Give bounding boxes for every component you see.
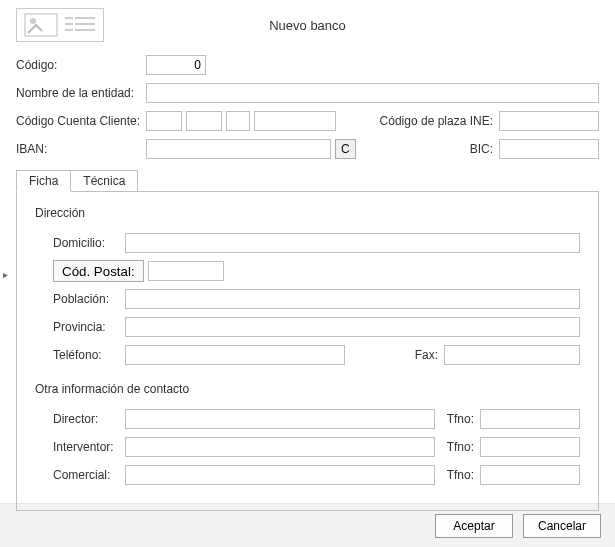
ccc-input-4[interactable] [254,111,336,131]
ccc-input-3[interactable] [226,111,250,131]
plaza-ine-label: Código de plaza INE: [380,114,493,128]
comercial-input[interactable] [125,465,435,485]
nombre-input[interactable] [146,83,599,103]
svg-rect-7 [75,29,95,31]
otra-section-title: Otra información de contacto [35,382,580,396]
iban-input[interactable] [146,139,331,159]
director-input[interactable] [125,409,435,429]
interventor-tfno-input[interactable] [480,437,580,457]
codigo-label: Código: [16,58,146,72]
interventor-label: Interventor: [35,440,125,454]
direccion-section-title: Dirección [35,206,580,220]
fax-input[interactable] [444,345,580,365]
fax-label: Fax: [415,348,438,362]
comercial-label: Comercial: [35,468,125,482]
view-mode-icon[interactable] [16,8,104,42]
interventor-tfno-label: Tfno: [447,440,474,454]
ccc-input-2[interactable] [186,111,222,131]
comercial-tfno-label: Tfno: [447,468,474,482]
nombre-label: Nombre de la entidad: [16,86,146,100]
bic-label: BIC: [470,142,493,156]
director-tfno-input[interactable] [480,409,580,429]
provincia-label: Provincia: [35,320,125,334]
codigo-input[interactable] [146,55,206,75]
window-title: Nuevo banco [104,18,599,33]
provincia-input[interactable] [125,317,580,337]
expand-handle[interactable]: ▸ [0,266,10,282]
iban-calc-button[interactable]: C [335,139,356,159]
iban-label: IBAN: [16,142,146,156]
svg-rect-6 [65,29,73,31]
tab-ficha[interactable]: Ficha [16,170,71,192]
director-label: Director: [35,412,125,426]
accept-button[interactable]: Aceptar [435,514,513,538]
director-tfno-label: Tfno: [447,412,474,426]
poblacion-input[interactable] [125,289,580,309]
svg-point-1 [30,18,36,24]
interventor-input[interactable] [125,437,435,457]
svg-rect-5 [75,23,95,25]
plaza-ine-input[interactable] [499,111,599,131]
cod-postal-button[interactable]: Cód. Postal: [53,260,144,282]
cancel-button[interactable]: Cancelar [523,514,601,538]
ccc-input-1[interactable] [146,111,182,131]
svg-rect-2 [65,17,73,19]
bic-input[interactable] [499,139,599,159]
svg-rect-3 [75,17,95,19]
tab-tecnica[interactable]: Técnica [70,170,138,192]
comercial-tfno-input[interactable] [480,465,580,485]
svg-rect-0 [25,14,57,36]
svg-rect-4 [65,23,73,25]
domicilio-label: Domicilio: [35,236,125,250]
poblacion-label: Población: [35,292,125,306]
domicilio-input[interactable] [125,233,580,253]
telefono-input[interactable] [125,345,345,365]
tab-panel-ficha: Dirección Domicilio: Cód. Postal: Poblac… [16,191,599,511]
telefono-label: Teléfono: [35,348,125,362]
cod-postal-input[interactable] [148,261,224,281]
ccc-label: Código Cuenta Cliente: [16,114,146,128]
